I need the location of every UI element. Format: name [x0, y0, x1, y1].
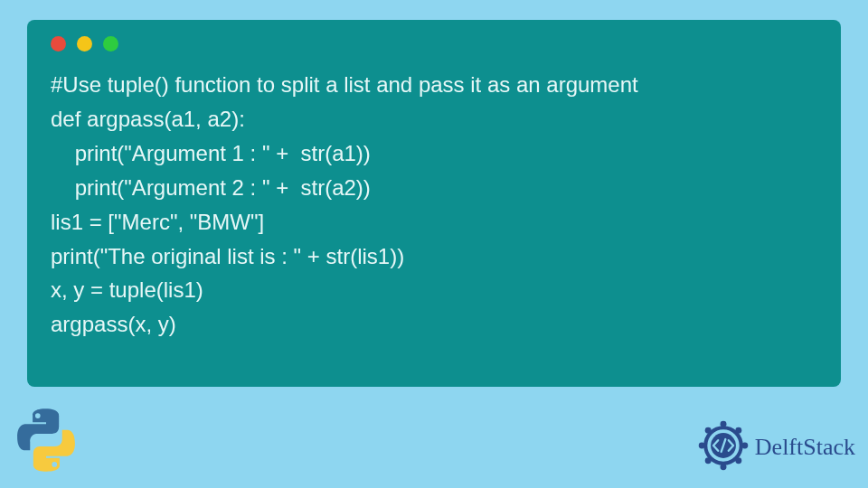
delftstack-gear-icon [697, 419, 750, 475]
code-line: #Use tuple() function to split a list an… [51, 72, 638, 97]
window-controls [51, 36, 817, 52]
svg-point-7 [705, 457, 712, 464]
code-card: #Use tuple() function to split a list an… [27, 20, 841, 387]
svg-point-4 [741, 443, 748, 449]
brand-logo: DelftStack [697, 419, 855, 475]
code-line: x, y = tuple(lis1) [51, 277, 203, 302]
code-line: print("Argument 2 : " + str(a2)) [51, 175, 371, 200]
svg-point-8 [735, 457, 741, 464]
code-line: print("Argument 1 : " + str(a1)) [51, 141, 371, 165]
brand-name: DelftStack [755, 434, 855, 461]
svg-point-2 [720, 464, 726, 470]
svg-point-6 [735, 427, 741, 434]
svg-point-3 [699, 443, 705, 449]
svg-point-1 [720, 421, 726, 427]
code-line: print("The original list is : " + str(li… [51, 244, 404, 268]
minimize-icon [77, 36, 92, 52]
close-icon [51, 36, 66, 52]
code-block: #Use tuple() function to split a list an… [51, 68, 817, 342]
maximize-icon [103, 36, 118, 52]
code-line: def argpass(a1, a2): [51, 107, 245, 131]
code-line: argpass(x, y) [51, 312, 176, 336]
python-logo-icon [11, 405, 81, 479]
code-line: lis1 = ["Merc", "BMW"] [51, 210, 264, 234]
svg-point-5 [705, 427, 712, 434]
